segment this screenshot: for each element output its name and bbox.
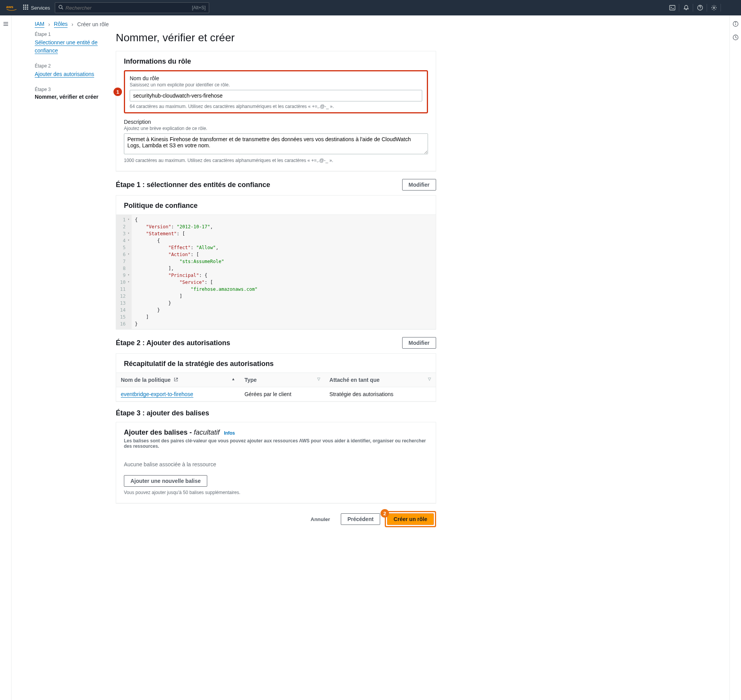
tags-panel: Ajouter des balises - facultatif Infos L… [116, 422, 436, 503]
step2-review-title: Étape 2 : Ajouter des autorisations [116, 339, 230, 347]
chevron-right-icon: › [71, 21, 73, 27]
step1-label: Étape 1 [35, 32, 108, 37]
svg-rect-5 [25, 7, 26, 8]
aws-logo[interactable]: aws [6, 4, 17, 11]
svg-rect-12 [670, 5, 675, 10]
role-name-input[interactable] [130, 90, 422, 101]
cloudshell-icon[interactable] [665, 0, 679, 15]
region-menu[interactable] [721, 0, 735, 15]
role-desc-label: Description [124, 119, 428, 125]
svg-rect-4 [23, 7, 24, 8]
step1-edit-button[interactable]: Modifier [402, 179, 436, 191]
permissions-panel: Récapitulatif de la stratégie des autori… [116, 353, 436, 401]
tags-description: Les balises sont des paires clé-valeur q… [124, 438, 428, 449]
hamburger-toggle[interactable] [0, 15, 12, 700]
step1-review-title: Étape 1 : sélectionner des entités de co… [116, 181, 270, 189]
svg-point-20 [735, 22, 736, 23]
previous-button[interactable]: Précédent [341, 513, 380, 525]
role-desc-hint: Ajoutez une brève explication de ce rôle… [124, 126, 428, 131]
permissions-title: Récapitulatif de la stratégie des autori… [116, 354, 436, 373]
col-type[interactable]: Type▽ [240, 373, 325, 387]
external-link-icon [174, 377, 178, 381]
col-policy-name[interactable]: Nom de la politique ▲ [116, 373, 240, 387]
svg-rect-8 [25, 8, 26, 10]
breadcrumb: IAM › Rôles › Créer un rôle [35, 15, 706, 32]
policy-type: Gérées par le client [240, 387, 325, 401]
col-attached[interactable]: Attaché en tant que▽ [325, 373, 436, 387]
step3-label: Étape 3 [35, 87, 108, 92]
svg-rect-7 [23, 8, 24, 10]
trust-policy-panel: Politique de confiance 12345678910111213… [116, 195, 436, 329]
step1-link[interactable]: Sélectionner une entité de confiance [35, 39, 98, 54]
role-info-title: Informations du rôle [116, 51, 436, 70]
role-name-hint: Saisissez un nom explicite pour identifi… [130, 82, 422, 88]
svg-line-11 [62, 8, 63, 9]
svg-rect-9 [27, 8, 28, 10]
svg-point-14 [713, 7, 715, 8]
callout-badge-2: 2 [381, 509, 389, 518]
search-input[interactable] [66, 5, 192, 11]
svg-rect-2 [25, 5, 26, 6]
step2-edit-button[interactable]: Modifier [402, 337, 436, 349]
role-name-label: Nom du rôle [130, 75, 422, 81]
role-info-panel: Informations du rôle 1 Nom du rôle Saisi… [116, 51, 436, 171]
services-menu[interactable]: Services [23, 5, 50, 11]
tags-title: Ajouter des balises - facultatif [124, 428, 220, 436]
right-rail [729, 15, 741, 700]
info-icon[interactable] [733, 21, 739, 28]
infos-link[interactable]: Infos [224, 430, 235, 436]
notifications-icon[interactable] [679, 0, 693, 15]
step2-link[interactable]: Ajouter des autorisations [35, 71, 94, 78]
search-shortcut: [Alt+S] [192, 5, 206, 10]
breadcrumb-roles[interactable]: Rôles [54, 21, 68, 28]
permissions-table: Nom de la politique ▲ Type▽ Attaché en t… [116, 373, 436, 401]
chevron-right-icon: › [48, 21, 50, 27]
callout-role-name: 1 Nom du rôle Saisissez un nom explicite… [124, 70, 428, 113]
role-desc-textarea[interactable] [124, 133, 428, 154]
code-body[interactable]: { "Version": "2012-10-17", "Statement": … [132, 215, 261, 329]
top-navigation: aws Services [Alt+S] [0, 0, 741, 15]
role-name-constraint: 64 caractères au maximum. Utilisez des c… [130, 104, 422, 109]
trust-policy-title: Politique de confiance [116, 196, 436, 214]
trust-policy-code: 12345678910111213141516 { "Version": "20… [116, 214, 436, 329]
table-row: eventbridge-export-to-firehose Gérées pa… [116, 387, 436, 401]
svg-point-10 [59, 5, 62, 8]
breadcrumb-iam[interactable]: IAM [35, 21, 44, 28]
tags-empty-msg: Aucune balise associée à la ressource [124, 461, 428, 467]
settings-icon[interactable] [707, 0, 721, 15]
help-icon[interactable] [693, 0, 707, 15]
services-label: Services [31, 5, 50, 11]
sort-icon: ▽ [428, 377, 431, 381]
grid-icon [23, 5, 29, 11]
policy-link[interactable]: eventbridge-export-to-firehose [121, 391, 193, 398]
svg-text:aws: aws [6, 5, 14, 9]
step3-review-title: Étape 3 : ajouter des balises [116, 409, 209, 417]
footer-actions: Annuler Précédent 2 Créer un rôle [116, 511, 436, 527]
tags-limit: Vous pouvez ajouter jusqu'à 50 balises s… [124, 490, 428, 495]
role-desc-constraint: 1000 caractères au maximum. Utilisez des… [124, 158, 428, 163]
callout-badge-1: 1 [113, 88, 122, 96]
create-role-button[interactable]: Créer un rôle [387, 513, 434, 525]
step2-label: Étape 2 [35, 63, 108, 69]
step3-current: Nommer, vérifier et créer [35, 94, 108, 100]
wizard-steps: Étape 1 Sélectionner une entité de confi… [35, 32, 116, 527]
add-tag-button[interactable]: Ajouter une nouvelle balise [124, 475, 207, 487]
history-icon[interactable] [733, 34, 739, 42]
svg-rect-1 [23, 5, 24, 6]
cancel-button[interactable]: Annuler [305, 514, 336, 525]
policy-attached: Stratégie des autorisations [325, 387, 436, 401]
sort-asc-icon: ▲ [231, 377, 235, 381]
search-box[interactable]: [Alt+S] [55, 2, 209, 13]
page-title: Nommer, vérifier et créer [116, 32, 436, 44]
callout-create: 2 Créer un rôle [385, 511, 436, 527]
svg-rect-3 [27, 5, 28, 6]
svg-rect-6 [27, 7, 28, 8]
breadcrumb-current: Créer un rôle [77, 21, 109, 27]
sort-icon: ▽ [317, 377, 320, 381]
search-icon [58, 5, 63, 11]
